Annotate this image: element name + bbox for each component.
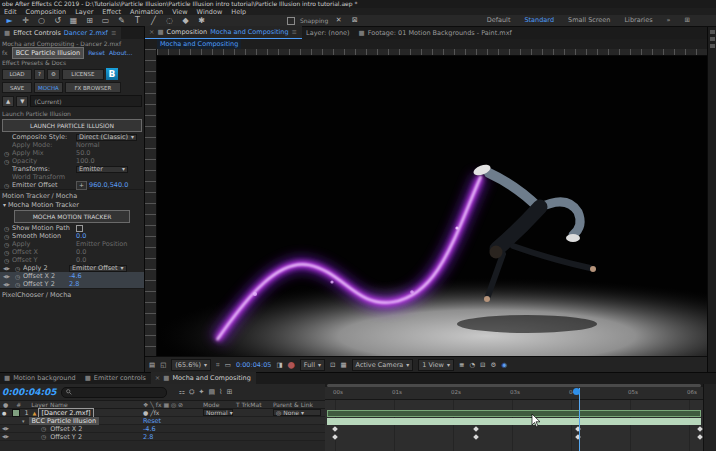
- playhead[interactable]: [573, 388, 580, 395]
- keyframe-nav-arrows[interactable]: ◀▶: [3, 274, 12, 279]
- snapshot-icon[interactable]: ◨: [276, 361, 282, 369]
- comp-mini-flowchart-icon[interactable]: ⚏: [179, 388, 185, 396]
- property-row-offset-y2[interactable]: ◀▶ ◷ Offset Y 2 2.8: [0, 433, 325, 441]
- current-time-display[interactable]: 0:00:04:05: [0, 387, 57, 397]
- selected-effect-band[interactable]: [327, 418, 701, 425]
- resolution-dropdown[interactable]: Full ▾: [300, 359, 325, 371]
- stopwatch-icon[interactable]: ◷: [14, 273, 21, 280]
- search-workspaces-icon[interactable]: ⊞: [685, 16, 690, 24]
- transparency-grid-icon[interactable]: ▦: [340, 361, 346, 369]
- borisfx-logo[interactable]: B: [106, 68, 118, 80]
- docked-panel-icon[interactable]: [710, 30, 715, 34]
- motion-blur-icon[interactable]: ⌇: [219, 388, 222, 396]
- mode-header[interactable]: Mode: [203, 401, 233, 408]
- region-of-interest-icon[interactable]: ⊡: [330, 361, 335, 369]
- keyframe[interactable]: [473, 426, 479, 432]
- keyframe[interactable]: [697, 426, 703, 432]
- frame-blending-icon[interactable]: ▤: [208, 388, 215, 396]
- rotate-tool-icon[interactable]: ↺: [52, 16, 63, 25]
- workspace-libraries[interactable]: Libraries: [624, 16, 652, 24]
- exposure-icon[interactable]: ◉: [501, 361, 507, 369]
- stopwatch-icon[interactable]: ◷: [3, 233, 10, 240]
- property-row-offset-x2[interactable]: ◀▶ ◷ Offset X 2 -4.6: [0, 425, 325, 433]
- timeline-scrollbar[interactable]: [703, 384, 716, 451]
- help-button[interactable]: ?: [34, 69, 45, 80]
- param-value[interactable]: 2.8: [69, 280, 79, 288]
- effect-name[interactable]: BCC Particle Illusion: [29, 417, 100, 425]
- snapping-checkbox[interactable]: [287, 17, 295, 25]
- effect-reset-link[interactable]: Reset: [143, 417, 161, 425]
- close-icon[interactable]: ×: [155, 374, 160, 382]
- comp-viewer[interactable]: [157, 56, 707, 356]
- twirl-down-icon[interactable]: ▾: [3, 202, 6, 208]
- fx-browser-button[interactable]: FX BROWSER: [65, 82, 121, 93]
- mask-visibility-icon[interactable]: ▭: [225, 361, 231, 369]
- property-value[interactable]: 2.8: [143, 433, 153, 441]
- zoom-dropdown[interactable]: (65.6%) ▾: [171, 359, 211, 371]
- panel-menu-icon[interactable]: ≡: [111, 29, 116, 37]
- launch-particle-illusion-button[interactable]: LAUNCH PARTICLE ILLUSION: [2, 119, 142, 132]
- layer-duration-bar[interactable]: [327, 410, 701, 417]
- workspace-overflow-icon[interactable]: »: [667, 16, 671, 24]
- camera-dropdown[interactable]: Active Camera ▾: [352, 359, 414, 371]
- parent-dropdown[interactable]: ◎ None ▾: [273, 409, 321, 416]
- eye-icon[interactable]: ●: [2, 410, 6, 416]
- puppet-tool-icon[interactable]: ✱: [196, 16, 207, 25]
- apply-2-dropdown[interactable]: Emitter Offset ▾: [69, 265, 127, 272]
- keyframe[interactable]: [332, 434, 338, 440]
- keyframe-nav-arrows[interactable]: ◀▶: [2, 426, 11, 431]
- property-value[interactable]: -4.6: [143, 425, 156, 433]
- grid-guides-icon[interactable]: ⌗: [216, 361, 220, 369]
- hand-tool-icon[interactable]: ✛: [20, 16, 31, 25]
- type-tool-icon[interactable]: T: [132, 16, 143, 25]
- param-value[interactable]: 960.0,540.0: [89, 181, 128, 189]
- keyframe[interactable]: [473, 434, 479, 440]
- tab-mocha-and-compositing[interactable]: × ■ Mocha and Compositing: [151, 372, 256, 384]
- workspace-small-screen[interactable]: Small Screen: [568, 16, 610, 24]
- tab-motion-background[interactable]: ■ Motion background: [0, 372, 81, 384]
- parent-link-header[interactable]: Parent & Link: [273, 401, 321, 408]
- flowchart-icon[interactable]: ⚙: [491, 361, 497, 369]
- comp-navigator-item[interactable]: Mocha and Compositing: [157, 39, 241, 50]
- tab-footage[interactable]: ■ Footage: 01 Motion Backgrounds - Paint…: [355, 27, 517, 39]
- license-button[interactable]: LICENSE: [62, 69, 104, 80]
- prev-preset-button[interactable]: ▲: [2, 96, 14, 107]
- keyframe-nav-arrows[interactable]: ◀▶: [2, 434, 11, 439]
- keyframe-nav-arrows[interactable]: ◀▶: [3, 266, 12, 271]
- selection-tool-icon[interactable]: ►: [4, 16, 15, 25]
- fast-previews-icon[interactable]: ◔: [469, 361, 475, 369]
- brush-tool-icon[interactable]: ╱: [148, 16, 159, 25]
- close-icon[interactable]: ×: [149, 28, 154, 36]
- view-layout-dropdown[interactable]: 1 View ▾: [418, 359, 454, 371]
- layer-switches[interactable]: ● ╱fx: [143, 410, 159, 416]
- zoom-tool-icon[interactable]: ○: [36, 16, 47, 25]
- graph-editor-icon[interactable]: ⊞: [226, 388, 232, 396]
- mocha-button[interactable]: MOCHA: [34, 82, 63, 93]
- stopwatch-icon[interactable]: ◷: [3, 182, 10, 189]
- snap-grid-icon[interactable]: ⊠: [349, 17, 360, 24]
- current-preset-field[interactable]: (Current): [30, 95, 142, 107]
- stopwatch-icon[interactable]: ◷: [41, 433, 46, 440]
- effect-reset-link[interactable]: Reset: [88, 50, 105, 56]
- label-color-swatch[interactable]: [12, 409, 20, 417]
- tab-effect-controls[interactable]: ■ Effect Controls Dancer 2.mxf ≡: [0, 27, 121, 39]
- comp-timecode[interactable]: 0:00:04:05: [236, 361, 272, 369]
- roto-brush-tool-icon[interactable]: ◆: [180, 16, 191, 25]
- tracker-subgroup[interactable]: ▾ Mocha Motion Tracker: [0, 201, 144, 209]
- keyframe-nav-arrows[interactable]: ◀▶: [3, 282, 12, 287]
- draft-3d-icon[interactable]: ⛭: [189, 388, 195, 396]
- pixel-aspect-icon[interactable]: ≣: [459, 361, 464, 369]
- settings-gear-icon[interactable]: ⚙: [47, 69, 60, 80]
- shape-tool-icon[interactable]: ▭: [100, 16, 111, 25]
- next-preset-button[interactable]: ▼: [16, 96, 28, 107]
- twirl-icon[interactable]: ▾: [22, 418, 25, 424]
- channel-icon[interactable]: ⬤: [288, 361, 295, 369]
- clone-stamp-tool-icon[interactable]: ◌: [164, 16, 175, 25]
- stopwatch-icon[interactable]: ◷: [3, 225, 10, 232]
- timeline-track-area[interactable]: 00s 01s 02s 03s 04s 05s 06s: [325, 384, 703, 451]
- tab-composition[interactable]: × ■ Composition Mocha and Compositing ≡: [145, 26, 302, 39]
- keyframe[interactable]: [332, 426, 338, 432]
- crosshair-picker-icon[interactable]: +: [76, 181, 87, 190]
- property-name[interactable]: Offset Y 2: [50, 433, 82, 441]
- stopwatch-icon[interactable]: ◷: [41, 425, 46, 432]
